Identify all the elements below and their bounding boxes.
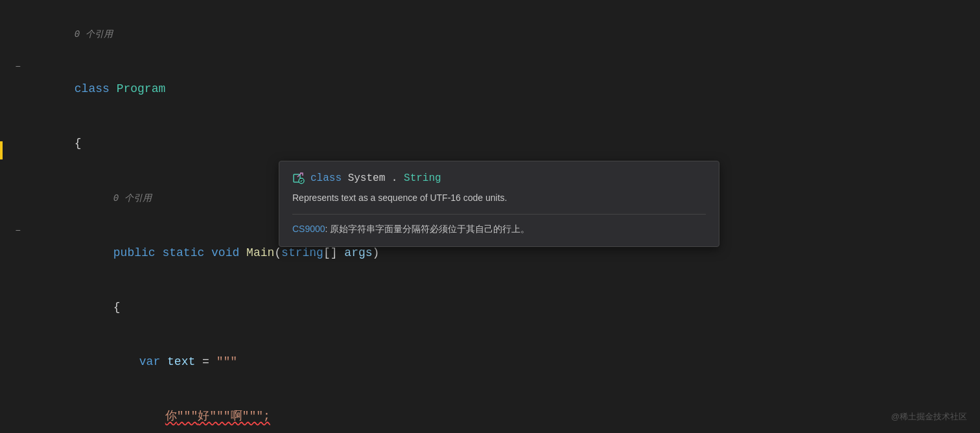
keyword-class: class xyxy=(75,82,117,95)
paren-close: ) xyxy=(373,246,380,259)
tooltip-title: class System . String xyxy=(310,172,441,184)
code-line: var text = """ xyxy=(0,334,980,389)
keyword-var: var xyxy=(139,355,167,368)
error-message: : 原始字符串字面量分隔符必须位于其自己的行上。 xyxy=(325,224,530,234)
error-string-3: 好"""啊"""; xyxy=(198,410,270,423)
tooltip-namespace: System xyxy=(348,172,386,184)
line-content-error: 你"""好"""啊"""; xyxy=(26,389,980,433)
keyword-void: void xyxy=(211,246,246,259)
tooltip-popup: class System . String Represents text as… xyxy=(279,161,719,247)
line-gutter: − xyxy=(0,226,26,236)
tooltip-icon xyxy=(292,172,305,185)
tooltip-divider xyxy=(292,214,706,215)
error-code: CS9000 xyxy=(292,224,325,234)
line-content: { xyxy=(26,280,980,334)
brace-open-2: { xyxy=(113,301,121,314)
triple-quote: """ xyxy=(216,355,237,368)
tooltip-class-keyword: class xyxy=(310,172,342,184)
class-name: Program xyxy=(117,82,166,95)
tooltip-header: class System . String xyxy=(292,172,706,185)
assign: = xyxy=(195,355,216,368)
error-string-2: """ xyxy=(177,410,198,423)
code-line: { xyxy=(0,280,980,334)
tooltip-type: String xyxy=(404,172,441,184)
class-icon-svg xyxy=(292,172,305,185)
error-string: 你 xyxy=(165,410,177,423)
paren-open: ( xyxy=(274,246,281,259)
line-content: 0 个引用 xyxy=(26,6,980,62)
keyword-static: static xyxy=(162,246,211,259)
line-gutter: − xyxy=(0,62,26,72)
tooltip-error: CS9000: 原始字符串字面量分隔符必须位于其自己的行上。 xyxy=(292,222,706,236)
error-indicator xyxy=(0,141,3,159)
code-editor: 0 个引用 − class Program { 0 个引用 − public s… xyxy=(0,0,980,433)
param-args: args xyxy=(344,246,372,259)
tooltip-description: Represents text as a sequence of UTF-16 … xyxy=(292,191,706,205)
keyword-public: public xyxy=(113,246,163,259)
line-content: var text = """ xyxy=(26,334,980,389)
reference-count: 0 个引用 xyxy=(75,29,113,40)
method-main: Main xyxy=(246,246,274,259)
code-line: − class Program xyxy=(0,62,980,116)
brace-open: { xyxy=(75,137,82,150)
code-line: 0 个引用 xyxy=(0,6,980,62)
collapse-button-main[interactable]: − xyxy=(16,226,21,236)
line-content: class Program xyxy=(26,62,980,116)
tooltip-dot: . xyxy=(391,172,398,184)
watermark: @稀土掘金技术社区 xyxy=(891,411,967,423)
collapse-button[interactable]: − xyxy=(16,62,21,72)
reference-count-main: 0 个引用 xyxy=(113,193,152,204)
code-line-error: 你"""好"""啊"""; ^^^^^ xyxy=(0,389,980,433)
var-text: text xyxy=(167,355,195,368)
type-string: string xyxy=(281,246,323,259)
array-bracket: [] xyxy=(323,246,344,259)
